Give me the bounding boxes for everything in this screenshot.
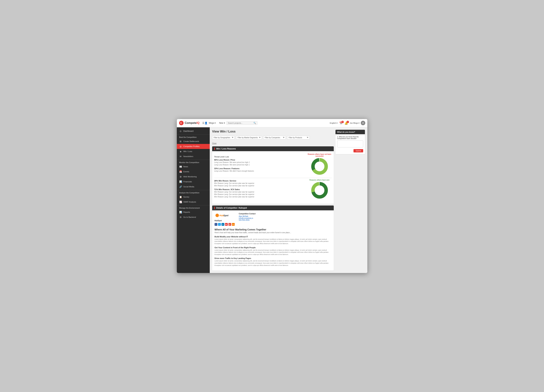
win-reason-2-sub1: Win Reason Lang: Our service plan was fa…: [214, 191, 307, 193]
section-title-2: Get Your Content in Front of the Right P…: [215, 247, 331, 248]
competitor-top: Hub Spot HubSpot f t in ▶: [215, 213, 331, 226]
competitive-contact-label: Competitive Contact: [239, 213, 256, 215]
nav-menu: Mega ▾ New ▾: [207, 121, 226, 125]
sidebar-survey-label: Survey: [183, 196, 189, 198]
search-icon: 🔍: [253, 122, 256, 124]
win-reason-2-sub3: Win Reason Lang: Our service plan was fa…: [214, 196, 307, 198]
new-menu-button[interactable]: New ▾: [218, 121, 226, 125]
news-icon: 📰: [179, 165, 182, 168]
sidebar-events-label: Events: [183, 171, 189, 173]
social-links: f t in ▶ g+ rss: [215, 223, 235, 226]
logo-text: CompeteIQ: [185, 121, 200, 125]
win-reason-1-sub1: Win Reason Lang: Our service plan was fa…: [214, 182, 307, 184]
svg-point-7: [315, 185, 324, 195]
user-icon[interactable]: 👤: [205, 122, 207, 124]
sidebar-item-survey[interactable]: 📋 Survey: [177, 195, 210, 199]
filter-products[interactable]: Filter by Products: [287, 136, 310, 139]
section-title-3: Drive more Traffic to Key Landing Pages: [215, 257, 331, 259]
whats-new-card: What do you know? 1. What do you know th…: [336, 130, 365, 154]
logo: C CompeteIQ: [179, 121, 200, 125]
sidebar-item-news[interactable]: 📰 News: [177, 164, 210, 169]
loss-reason-1-main: 66% Loss Reson: Price: [214, 159, 307, 161]
main-layout: ⊙ Dashboard Beat the Competition ⊞ Creat…: [177, 127, 367, 273]
bell-notification-button[interactable]: 🔔 2: [344, 121, 348, 125]
submit-button[interactable]: Submit: [354, 149, 363, 152]
loss-reason-2-sub1: Long Loss Reason: We didn't have enough …: [214, 170, 307, 172]
sidebar-item-competitor-profiles[interactable]: ◎ Competitor Profiles: [177, 144, 210, 149]
sidebar-reports-label: Reports: [183, 211, 190, 213]
loss-reasons-section: Threat Level: Low 66% Loss Reson: Price …: [214, 153, 332, 175]
youtube-icon[interactable]: ▶: [225, 223, 228, 226]
sidebar-item-social-media[interactable]: 🔗 Social Media: [177, 184, 210, 189]
competitor-card-header: Details of Competitor: Hubspot: [212, 206, 334, 210]
win-reason-2-sub2: Win Reason Lang: Our service plan was fa…: [214, 193, 307, 196]
sidebar-item-create-battlecards[interactable]: ⊞ Create Battlecards: [177, 139, 210, 144]
svg-point-8: [215, 214, 219, 217]
win-reason-2-main: 71% Win Reason: 3CX Sales: [214, 188, 307, 190]
sidebar-section-beat: Beat the Competition: [177, 134, 210, 139]
calendar-badge: 5: [341, 121, 344, 123]
wl-divider: [214, 178, 332, 178]
sidebar-competitor-label: Competitor Profiles: [183, 145, 200, 147]
winloss-section-title: Win / Loss Reasons: [216, 148, 236, 150]
mega-menu-button[interactable]: Mega ▾: [207, 121, 217, 125]
filter-geographies[interactable]: Filter by Geographies: [212, 136, 235, 139]
googleplus-icon[interactable]: g+: [228, 223, 231, 226]
search-input[interactable]: [228, 122, 253, 124]
avatar: JB: [361, 121, 365, 125]
filters-row: Filter by Geographies Filter by Market S…: [212, 136, 334, 139]
close-filters-link[interactable]: Close: [212, 142, 217, 144]
filter-market-segments[interactable]: Filter by Market Segments: [236, 136, 262, 139]
loss-chart-area: Reasons others have not been successful: [307, 153, 332, 175]
sidebar-item-newsletters[interactable]: ✉ Newsletters: [177, 154, 210, 159]
survey-icon: 📋: [179, 196, 182, 198]
dashboard-icon: ⊙: [179, 130, 182, 133]
social-media-icon: 🔗: [179, 185, 182, 188]
language-button[interactable]: English ▾: [330, 122, 337, 124]
sidebar-item-backend[interactable]: ⚙ Go to Backend: [177, 215, 210, 220]
bell-badge: 2: [347, 121, 349, 123]
sidebar-item-win-loss[interactable]: ◈ Win / Loss: [177, 149, 210, 154]
sidebar-swat-label: SWAT Analysis: [183, 201, 196, 203]
search-bar: 🔍: [226, 121, 258, 125]
newsletters-icon: ✉: [179, 155, 182, 158]
svg-text:Hub: Hub: [219, 214, 224, 217]
sidebar-item-dashboard[interactable]: ⊙ Dashboard: [177, 129, 210, 134]
sidebar-item-financials[interactable]: 📊 Financials: [177, 179, 210, 184]
winloss-card-header: Win / Loss Reasons: [212, 146, 334, 151]
contact-email: info@competeiq.io: [239, 217, 256, 219]
loss-reason-1-sub2: Long Loss Reason: We were priced too hig…: [214, 164, 307, 166]
hamburger-icon[interactable]: ☰: [202, 122, 205, 124]
hubspot-logo-svg: Hub Spot: [215, 213, 230, 218]
calendar-notification-button[interactable]: 📅 5: [339, 121, 343, 125]
page-title: View Win / Loss: [212, 130, 334, 133]
sidebar-section-monitor: Monitor the Competition: [177, 160, 210, 164]
win-reasons-section: 28% Win Reson: Service Win Reason Lang: …: [214, 179, 332, 199]
sidebar-item-events[interactable]: 📅 Events: [177, 169, 210, 174]
contact-name: Alan McNab: [239, 215, 256, 217]
sidebar-section-manage: Manage the Enviornment: [177, 205, 210, 210]
rss-icon[interactable]: rss: [232, 223, 235, 226]
twitter-icon[interactable]: t: [218, 223, 221, 226]
sidebar-item-swat[interactable]: 📈 SWAT Analysis: [177, 199, 210, 204]
section-title-1: Build Modify your Website without IT: [215, 236, 331, 238]
filter-companies[interactable]: Filter by Companies: [263, 136, 286, 139]
win-chart-label: Reasons others have won: [307, 179, 332, 181]
sidebar-web-monitoring-label: Web Monitoring: [183, 176, 197, 178]
web-monitoring-icon: 🖥: [179, 175, 182, 178]
events-icon: 📅: [179, 170, 182, 173]
sidebar-item-web-monitoring[interactable]: 🖥 Web Monitoring: [177, 174, 210, 179]
user-profile-button[interactable]: Joe Blogs ▾ JB: [350, 121, 365, 125]
loss-reasons-text: Threat Level: Low 66% Loss Reson: Price …: [214, 156, 307, 172]
battlecards-icon: ⊞: [179, 140, 182, 143]
win-reason-1-sub2: Win Reason Lang: Our service plan was fa…: [214, 184, 307, 187]
linkedin-icon[interactable]: in: [222, 223, 224, 226]
competitor-profiles-icon: ◎: [179, 145, 182, 148]
svg-text:Spot: Spot: [223, 214, 229, 217]
sidebar-social-label: Social Media: [183, 186, 194, 188]
facebook-icon[interactable]: f: [215, 223, 217, 226]
sidebar-item-reports[interactable]: 📊 Reports: [177, 210, 210, 215]
right-panel: What do you know? 1. What do you know th…: [336, 130, 365, 271]
win-reason-1-main: 28% Win Reson: Service: [214, 180, 307, 182]
whats-new-input[interactable]: [337, 140, 363, 147]
